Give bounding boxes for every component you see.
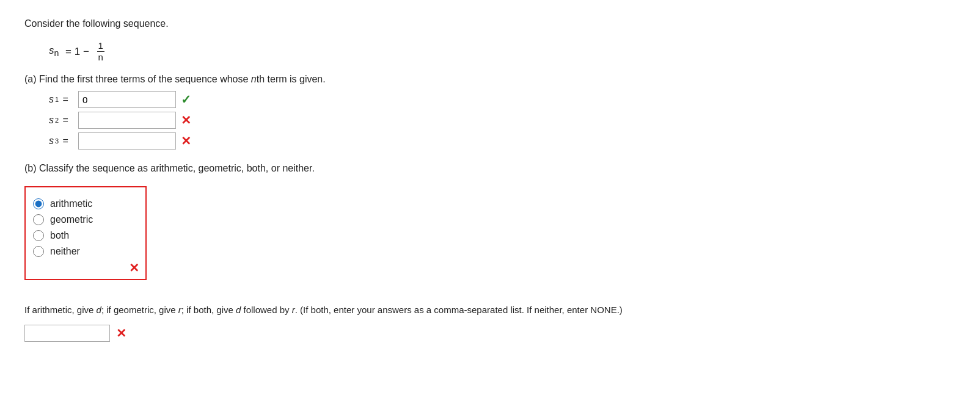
- radio-group-status-icon: ✕: [129, 261, 139, 275]
- part-a-label-end: th term is given.: [257, 74, 326, 84]
- s1-status-icon: ✓: [181, 92, 191, 107]
- s2-status-icon: ✕: [181, 113, 191, 128]
- part-b-label: (b) Classify the sequence as arithmetic,…: [24, 163, 956, 174]
- radio-neither[interactable]: neither: [33, 246, 134, 257]
- s3-label: s3 =: [49, 135, 73, 146]
- s3-row: s3 = ✕: [49, 132, 956, 150]
- s3-status-icon: ✕: [181, 134, 191, 148]
- formula-lhs-sub: n: [54, 49, 59, 59]
- s1-label: s1 =: [49, 94, 73, 105]
- s3-input[interactable]: [78, 132, 176, 150]
- radio-arithmetic[interactable]: arithmetic: [33, 198, 134, 209]
- part-b-section: (b) Classify the sequence as arithmetic,…: [24, 163, 956, 286]
- formula-lhs: sn: [49, 45, 59, 58]
- s2-label: s2 =: [49, 115, 73, 126]
- part-a-italic: n: [251, 74, 257, 84]
- formula-fraction: 1 n: [97, 40, 104, 63]
- radio-both-input[interactable]: [33, 230, 44, 241]
- final-status-icon: ✕: [116, 326, 126, 341]
- s1-row: s1 = ✓: [49, 91, 956, 108]
- s1-input[interactable]: [78, 91, 176, 108]
- s2-input[interactable]: [78, 112, 176, 129]
- formula-equals: = 1 −: [62, 46, 92, 58]
- part-b-label-text: (b) Classify the sequence as arithmetic,…: [24, 163, 315, 173]
- final-answer-input[interactable]: [24, 325, 110, 342]
- radio-neither-label: neither: [50, 246, 80, 257]
- radio-neither-input[interactable]: [33, 246, 44, 257]
- radio-geometric-label: geometric: [50, 214, 93, 225]
- question-intro: Consider the following sequence.: [24, 18, 956, 29]
- part-c-section: If arithmetic, give d; if geometric, giv…: [24, 303, 956, 342]
- formula-lhs-var: s: [49, 45, 54, 56]
- radio-arithmetic-label: arithmetic: [50, 198, 92, 209]
- intro-text: Consider the following sequence.: [24, 18, 169, 29]
- radio-both-label: both: [50, 230, 69, 241]
- radio-group: arithmetic geometric both neither ✕: [24, 186, 147, 280]
- radio-geometric-input[interactable]: [33, 214, 44, 225]
- formula-display: sn = 1 − 1 n: [49, 40, 956, 63]
- formula-numerator: 1: [97, 40, 104, 52]
- radio-arithmetic-input[interactable]: [33, 198, 44, 209]
- s2-row: s2 = ✕: [49, 112, 956, 129]
- part-a-label-text: (a) Find the first three terms of the se…: [24, 74, 248, 84]
- radio-geometric[interactable]: geometric: [33, 214, 134, 225]
- final-input-row: ✕: [24, 325, 956, 342]
- part-a-label: (a) Find the first three terms of the se…: [24, 74, 956, 85]
- radio-both[interactable]: both: [33, 230, 134, 241]
- part-c-text: If arithmetic, give d; if geometric, giv…: [24, 303, 697, 317]
- formula-denominator: n: [97, 52, 104, 63]
- part-a-section: (a) Find the first three terms of the se…: [24, 74, 956, 150]
